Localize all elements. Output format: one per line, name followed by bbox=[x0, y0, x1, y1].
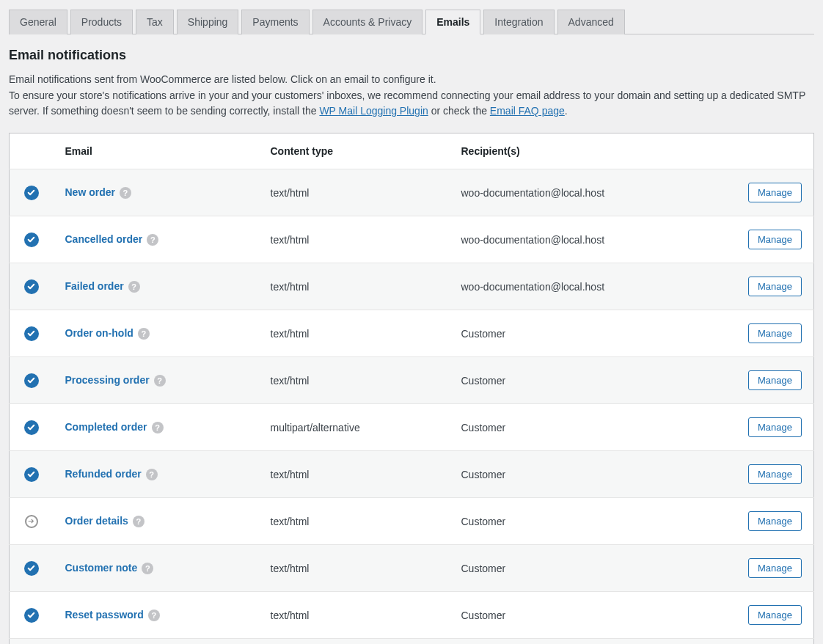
table-row: Refunded order?text/htmlCustomerManage bbox=[10, 451, 814, 498]
wp-mail-logging-link[interactable]: WP Mail Logging Plugin bbox=[319, 105, 428, 117]
section-description: Email notifications sent from WooCommerc… bbox=[9, 72, 814, 120]
header-status bbox=[10, 133, 54, 169]
description-warn-end: . bbox=[565, 105, 568, 117]
email-name-link[interactable]: Completed order bbox=[65, 421, 147, 433]
recipient-cell: Customer bbox=[450, 451, 726, 498]
manage-button[interactable]: Manage bbox=[748, 464, 802, 484]
content-type-cell: text/html bbox=[259, 592, 450, 639]
help-icon[interactable]: ? bbox=[133, 516, 145, 527]
settings-tabs: GeneralProductsTaxShippingPaymentsAccoun… bbox=[9, 9, 814, 34]
content-type-cell: text/html bbox=[259, 498, 450, 545]
email-name-link[interactable]: Failed order bbox=[65, 280, 124, 292]
enabled-check-icon bbox=[24, 373, 39, 388]
help-icon[interactable]: ? bbox=[138, 328, 150, 340]
help-icon[interactable]: ? bbox=[147, 234, 158, 246]
table-row: Order details?text/htmlCustomerManage bbox=[10, 498, 814, 545]
manage-button[interactable]: Manage bbox=[748, 511, 802, 531]
manage-button[interactable]: Manage bbox=[748, 183, 802, 202]
manage-button[interactable]: Manage bbox=[748, 417, 802, 437]
manage-button[interactable]: Manage bbox=[748, 277, 802, 296]
content-type-cell: text/html bbox=[259, 545, 450, 592]
table-row: New account?text/htmlCustomerManage bbox=[10, 639, 814, 644]
email-name-link[interactable]: Customer note bbox=[65, 562, 138, 574]
content-type-cell: multipart/alternative bbox=[259, 404, 450, 451]
content-type-cell: text/html bbox=[259, 216, 450, 263]
content-type-cell: text/html bbox=[259, 310, 450, 357]
enabled-check-icon bbox=[24, 608, 39, 623]
enabled-check-icon bbox=[24, 233, 39, 247]
help-icon[interactable]: ? bbox=[148, 610, 160, 621]
enabled-check-icon bbox=[24, 326, 39, 341]
header-content-type: Content type bbox=[259, 133, 450, 169]
table-row: Processing order?text/htmlCustomerManage bbox=[10, 357, 814, 404]
email-name-link[interactable]: Reset password bbox=[65, 609, 144, 621]
help-icon[interactable]: ? bbox=[128, 281, 140, 293]
tab-accounts-privacy[interactable]: Accounts & Privacy bbox=[312, 10, 423, 34]
manage-button[interactable]: Manage bbox=[748, 558, 802, 578]
table-row: Order on-hold?text/htmlCustomerManage bbox=[10, 310, 814, 357]
enabled-check-icon bbox=[24, 279, 39, 294]
description-warn-mid: or check the bbox=[428, 105, 490, 117]
recipient-cell: woo-documentation@local.host bbox=[450, 263, 726, 310]
tab-tax[interactable]: Tax bbox=[136, 10, 174, 34]
content-type-cell: text/html bbox=[259, 451, 450, 498]
email-name-link[interactable]: Processing order bbox=[65, 374, 150, 386]
content-type-cell: text/html bbox=[259, 169, 450, 216]
header-email: Email bbox=[54, 133, 259, 169]
table-row: Completed order?multipart/alternativeCus… bbox=[10, 404, 814, 451]
content-type-cell: text/html bbox=[259, 263, 450, 310]
manage-button[interactable]: Manage bbox=[748, 605, 802, 625]
manage-button[interactable]: Manage bbox=[748, 370, 802, 390]
help-icon[interactable]: ? bbox=[152, 422, 164, 433]
enabled-check-icon bbox=[24, 467, 39, 482]
content-type-cell: text/html bbox=[259, 357, 450, 404]
enabled-check-icon bbox=[24, 561, 39, 576]
table-row: Cancelled order?text/htmlwoo-documentati… bbox=[10, 216, 814, 263]
table-row: Failed order?text/htmlwoo-documentation@… bbox=[10, 263, 814, 310]
help-icon[interactable]: ? bbox=[142, 563, 153, 574]
email-name-link[interactable]: Cancelled order bbox=[65, 233, 143, 245]
manual-arrow-icon bbox=[25, 515, 38, 528]
email-name-link[interactable]: Refunded order bbox=[65, 468, 142, 480]
tab-general[interactable]: General bbox=[9, 10, 67, 34]
recipient-cell: Customer bbox=[450, 310, 726, 357]
recipient-cell: Customer bbox=[450, 592, 726, 639]
tab-emails[interactable]: Emails bbox=[425, 10, 480, 34]
email-notifications-table: Email Content type Recipient(s) New orde… bbox=[9, 133, 814, 644]
tab-payments[interactable]: Payments bbox=[241, 10, 309, 34]
table-row: New order?text/htmlwoo-documentation@loc… bbox=[10, 169, 814, 216]
email-name-link[interactable]: Order on-hold bbox=[65, 327, 133, 339]
description-intro: Email notifications sent from WooCommerc… bbox=[9, 73, 436, 85]
email-name-link[interactable]: Order details bbox=[65, 515, 128, 527]
tab-shipping[interactable]: Shipping bbox=[177, 10, 239, 34]
tab-integration[interactable]: Integration bbox=[483, 10, 554, 34]
recipient-cell: Customer bbox=[450, 357, 726, 404]
manage-button[interactable]: Manage bbox=[748, 230, 802, 249]
section-title: Email notifications bbox=[9, 48, 814, 63]
recipient-cell: Customer bbox=[450, 545, 726, 592]
email-name-link[interactable]: New order bbox=[65, 186, 115, 198]
recipient-cell: Customer bbox=[450, 639, 726, 644]
header-action bbox=[726, 133, 814, 169]
tab-products[interactable]: Products bbox=[70, 10, 133, 34]
recipient-cell: woo-documentation@local.host bbox=[450, 216, 726, 263]
manage-button[interactable]: Manage bbox=[748, 323, 802, 343]
help-icon[interactable]: ? bbox=[146, 469, 158, 480]
recipient-cell: Customer bbox=[450, 498, 726, 545]
help-icon[interactable]: ? bbox=[120, 187, 131, 199]
enabled-check-icon bbox=[24, 186, 39, 200]
enabled-check-icon bbox=[24, 420, 39, 435]
recipient-cell: woo-documentation@local.host bbox=[450, 169, 726, 216]
table-row: Reset password?text/htmlCustomerManage bbox=[10, 592, 814, 639]
content-type-cell: text/html bbox=[259, 639, 450, 644]
header-recipient: Recipient(s) bbox=[450, 133, 726, 169]
recipient-cell: Customer bbox=[450, 404, 726, 451]
tab-advanced[interactable]: Advanced bbox=[557, 10, 625, 34]
help-icon[interactable]: ? bbox=[154, 375, 166, 387]
email-faq-link[interactable]: Email FAQ page bbox=[490, 105, 565, 117]
table-row: Customer note?text/htmlCustomerManage bbox=[10, 545, 814, 592]
